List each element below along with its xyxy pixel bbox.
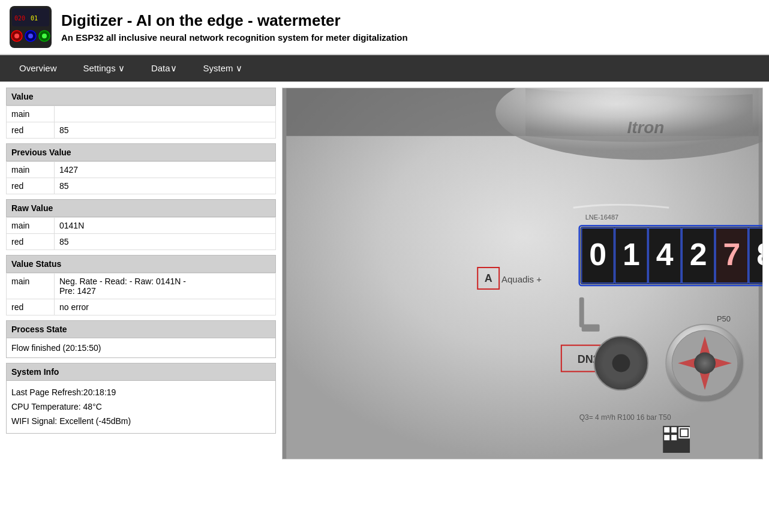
svg-rect-37 — [671, 435, 677, 440]
raw-main-label: main — [7, 218, 55, 234]
cpu-temp: CPU Temperature: 48°C — [11, 400, 271, 414]
page-header: 020 01 Digitizer - AI on the edge - wate… — [0, 0, 769, 55]
page-subtitle: An ESP32 all inclusive neural network re… — [61, 32, 408, 43]
system-info-body: Last Page Refresh:20:18:19 CPU Temperatu… — [6, 380, 276, 434]
svg-point-9 — [42, 34, 47, 38]
main-layout: Value main red 85 Previous Value main 14… — [0, 82, 769, 465]
table-row: main 0141N — [7, 218, 276, 234]
process-state-value: Flow finished (20:15:50) — [11, 343, 101, 353]
system-info-header: System Info — [6, 363, 276, 380]
prev-red-label: red — [7, 178, 55, 194]
label-a: A — [485, 272, 492, 284]
svg-point-27 — [694, 353, 716, 374]
value-section: Value main red 85 — [6, 88, 276, 139]
value-main-value — [55, 106, 276, 122]
status-red-value: no error — [55, 299, 276, 315]
nav-settings[interactable]: Settings ∨ — [70, 55, 138, 82]
svg-rect-35 — [671, 427, 677, 432]
value-main-label: main — [7, 106, 55, 122]
nav-data[interactable]: Data∨ — [138, 55, 190, 82]
digit-1: 1 — [623, 237, 640, 272]
digit-3: 2 — [690, 237, 707, 272]
meter-image: Itron LNE-16487 0 1 4 — [282, 88, 763, 459]
table-row: red 85 — [7, 234, 276, 250]
main-nav: Overview Settings ∨ Data∨ System ∨ — [0, 55, 769, 82]
process-state-body: Flow finished (20:15:50) — [6, 338, 276, 358]
svg-point-8 — [28, 34, 33, 38]
header-text: Digitizer - AI on the edge - watermeter … — [61, 11, 408, 43]
system-info-section: System Info Last Page Refresh:20:18:19 C… — [6, 363, 276, 434]
value-table: main red 85 — [6, 106, 276, 139]
svg-text:01: 01 — [31, 15, 38, 22]
prev-main-label: main — [7, 162, 55, 178]
digit-4: 7 — [723, 237, 740, 272]
previous-value-header: Previous Value — [6, 143, 276, 161]
digit-5: 8 — [756, 237, 762, 272]
p50-label: P50 — [717, 314, 731, 323]
left-panel: Value main red 85 Previous Value main 14… — [6, 88, 276, 459]
right-panel: Itron LNE-16487 0 1 4 — [282, 88, 763, 459]
svg-rect-34 — [664, 427, 669, 432]
digit-2: 4 — [656, 237, 674, 272]
nav-system[interactable]: System ∨ — [190, 55, 256, 82]
process-state-section: Process State Flow finished (20:15:50) — [6, 320, 276, 358]
status-main-value: Neg. Rate - Read: - Raw: 0141N -Pre: 142… — [55, 273, 276, 299]
table-row: red no error — [7, 299, 276, 315]
table-row: main 1427 — [7, 162, 276, 178]
process-state-header: Process State — [6, 320, 276, 338]
value-status-header: Value Status — [6, 255, 276, 273]
nav-overview[interactable]: Overview — [6, 55, 70, 82]
raw-main-value: 0141N — [55, 218, 276, 234]
model-label: LNE-16487 — [585, 214, 618, 221]
previous-value-table: main 1427 red 85 — [6, 161, 276, 194]
prev-main-value: 1427 — [55, 162, 276, 178]
wifi-signal: WIFI Signal: Excellent (-45dBm) — [11, 414, 271, 429]
raw-red-value: 85 — [55, 234, 276, 250]
value-status-section: Value Status main Neg. Rate - Read: - Ra… — [6, 255, 276, 315]
table-row: red 85 — [7, 122, 276, 139]
svg-rect-31 — [579, 297, 584, 327]
raw-value-header: Raw Value — [6, 199, 276, 217]
raw-value-table: main 0141N red 85 — [6, 217, 276, 250]
svg-point-30 — [612, 354, 630, 372]
value-red-label: red — [7, 122, 55, 139]
svg-rect-40 — [681, 429, 687, 436]
meter-svg: Itron LNE-16487 0 1 4 — [283, 88, 762, 459]
raw-value-section: Raw Value main 0141N red 85 — [6, 199, 276, 250]
previous-value-section: Previous Value main 1427 red 85 — [6, 143, 276, 194]
value-red-value: 85 — [55, 122, 276, 139]
status-main-label: main — [7, 273, 55, 299]
svg-point-7 — [14, 34, 19, 38]
aquadis-label: Aquadis + — [501, 274, 542, 284]
status-red-label: red — [7, 299, 55, 315]
svg-rect-32 — [582, 324, 600, 332]
table-row: main Neg. Rate - Read: - Raw: 0141N -Pre… — [7, 273, 276, 299]
raw-red-label: red — [7, 234, 55, 250]
svg-text:020: 020 — [14, 15, 25, 22]
last-refresh: Last Page Refresh:20:18:19 — [11, 386, 271, 400]
logo-container: 020 01 — [10, 6, 52, 48]
prev-red-value: 85 — [55, 178, 276, 194]
specs-label: Q3= 4 m³/h R100 16 bar T50 — [579, 413, 671, 422]
value-section-header: Value — [6, 88, 276, 106]
table-row: red 85 — [7, 178, 276, 194]
table-row: main — [7, 106, 276, 122]
page-title: Digitizer - AI on the edge - watermeter — [61, 11, 408, 30]
logo-icon: 020 01 — [10, 6, 52, 48]
digit-0: 0 — [589, 237, 606, 272]
svg-rect-36 — [664, 435, 669, 440]
value-status-table: main Neg. Rate - Read: - Raw: 0141N -Pre… — [6, 273, 276, 315]
